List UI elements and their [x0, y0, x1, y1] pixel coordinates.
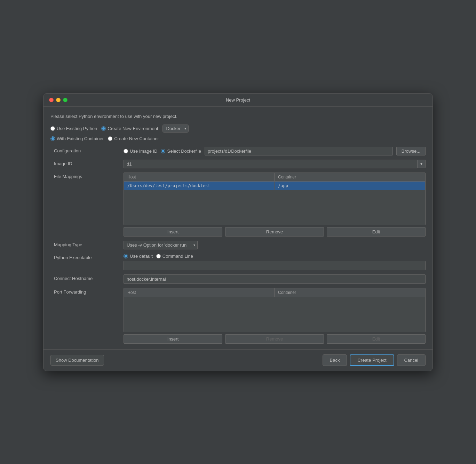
create-new-container-radio[interactable]: Create New Container — [108, 136, 159, 141]
show-documentation-button[interactable]: Show Documentation — [50, 355, 104, 366]
connect-hostname-label: Connect Hostname — [50, 272, 124, 286]
use-existing-python-radio[interactable]: Use Existing Python — [50, 126, 97, 131]
use-default-radio[interactable]: Use default — [124, 254, 153, 259]
python-command-input[interactable] — [124, 261, 426, 270]
use-image-id-radio[interactable]: Use Image ID — [124, 149, 157, 154]
python-radio-row: Use default Command Line — [124, 254, 426, 259]
browse-button[interactable]: Browse... — [396, 147, 426, 155]
port-insert-button[interactable]: Insert — [124, 334, 222, 344]
container-cell: /app — [275, 182, 425, 190]
port-edit-button: Edit — [327, 334, 426, 344]
port-forwarding-field: Host Container Insert Remove Edit — [124, 286, 426, 346]
port-forwarding-buttons: Insert Remove Edit — [124, 334, 426, 344]
mapping-type-label: Mapping Type — [50, 239, 124, 251]
environment-type-dropdown[interactable]: Docker — [162, 125, 189, 133]
with-existing-container-radio[interactable]: With Existing Container — [50, 136, 104, 141]
port-forwarding-label: Port Forwarding — [50, 286, 124, 346]
maximize-button[interactable] — [63, 98, 68, 102]
file-mappings-field: Host Container /Users/dev/test/projects/… — [124, 170, 426, 239]
back-button[interactable]: Back — [323, 354, 347, 366]
configuration-label: Configuration — [50, 145, 124, 158]
port-container-header: Container — [275, 288, 425, 297]
file-mappings-edit-button[interactable]: Edit — [327, 227, 426, 237]
footer-right: Back Create Project Cancel — [323, 354, 426, 366]
mapping-type-dropdown[interactable]: Uses -v Option for 'docker run' — [124, 241, 198, 249]
host-cell: /Users/dev/test/projects/docktest — [124, 182, 275, 190]
connect-hostname-field — [124, 272, 426, 286]
host-header: Host — [124, 173, 275, 181]
description-text: Please select Python environment to use … — [50, 114, 426, 119]
port-forwarding-table: Host Container — [124, 288, 426, 332]
python-executable-label: Python Executable — [50, 251, 124, 272]
image-id-field: ▾ — [124, 158, 426, 170]
configuration-row: Use Image ID Select Dockerfile Browse... — [124, 147, 426, 155]
configuration-field: Use Image ID Select Dockerfile Browse... — [124, 145, 426, 158]
footer: Show Documentation Back Create Project C… — [43, 349, 433, 371]
command-line-radio[interactable]: Command Line — [156, 254, 193, 259]
form-grid: Configuration Use Image ID Select Docker… — [50, 145, 426, 346]
python-executable-field: Use default Command Line — [124, 251, 426, 272]
table-header: Host Container — [124, 173, 425, 182]
image-id-dropdown-button[interactable]: ▾ — [418, 160, 426, 168]
file-mappings-label: File Mappings — [50, 170, 124, 239]
create-project-button[interactable]: Create Project — [350, 354, 394, 366]
mapping-type-field: Uses -v Option for 'docker run' — [124, 239, 426, 251]
container-type-row: With Existing Container Create New Conta… — [50, 136, 426, 141]
window-title: New Project — [226, 97, 250, 103]
hostname-input[interactable] — [124, 274, 426, 284]
traffic-lights — [49, 98, 68, 102]
table-empty-area — [124, 190, 425, 225]
use-existing-python-label: Use Existing Python — [57, 126, 97, 131]
cancel-button[interactable]: Cancel — [397, 354, 426, 366]
mapping-type-row: Uses -v Option for 'docker run' — [124, 241, 426, 249]
create-new-environment-label: Create New Environment — [108, 126, 158, 131]
file-mappings-remove-button[interactable]: Remove — [225, 227, 324, 237]
create-new-container-label: Create New Container — [114, 136, 159, 141]
file-mappings-buttons: Insert Remove Edit — [124, 227, 426, 237]
environment-type-row: Use Existing Python Create New Environme… — [50, 125, 426, 133]
port-remove-button: Remove — [225, 334, 324, 344]
window: New Project Please select Python environ… — [43, 93, 433, 371]
port-table-header: Host Container — [124, 288, 425, 297]
image-id-input[interactable] — [124, 160, 418, 168]
port-table-empty-area — [124, 297, 425, 332]
file-mappings-insert-button[interactable]: Insert — [124, 227, 222, 237]
image-id-label: Image ID — [50, 158, 124, 170]
container-header: Container — [275, 173, 425, 181]
select-dockerfile-radio[interactable]: Select Dockerfile — [161, 149, 201, 154]
dockerfile-path-input[interactable] — [205, 147, 393, 155]
file-mappings-table: Host Container /Users/dev/test/projects/… — [124, 173, 426, 225]
table-row[interactable]: /Users/dev/test/projects/docktest /app — [124, 182, 425, 190]
close-button[interactable] — [49, 98, 54, 102]
create-new-environment-radio[interactable]: Create New Environment — [101, 126, 158, 131]
with-existing-container-label: With Existing Container — [57, 136, 104, 141]
minimize-button[interactable] — [56, 98, 61, 102]
port-host-header: Host — [124, 288, 275, 297]
title-bar: New Project — [43, 94, 433, 107]
content: Please select Python environment to use … — [43, 107, 433, 346]
image-id-row: ▾ — [124, 160, 426, 168]
